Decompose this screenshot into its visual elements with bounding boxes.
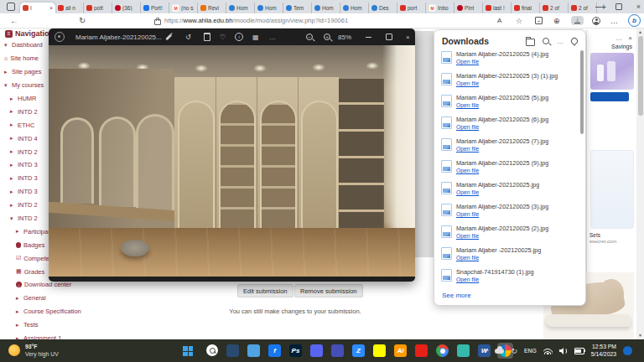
browser-tab[interactable]: Port! — [141, 3, 169, 13]
browser-tab[interactable]: M(no s — [169, 3, 198, 13]
browser-tab[interactable]: Hom — [255, 3, 283, 13]
maximize-icon[interactable] — [615, 3, 622, 10]
snapchat-app-icon[interactable] — [371, 343, 387, 359]
chevron-right-icon[interactable]: ▸ — [10, 135, 15, 142]
edit-submission-button[interactable]: Edit submission — [237, 284, 293, 297]
download-item[interactable]: Mariam Aljaber-202120025 (3).jpgOpen fil… — [434, 201, 579, 223]
volume-icon[interactable] — [559, 348, 568, 354]
info-icon[interactable]: i — [235, 28, 243, 45]
browser-tab[interactable]: pott — [84, 3, 112, 13]
download-item[interactable]: Mariam Aljaber-202120025 (4).jpgOpen fil… — [434, 49, 579, 70]
open-file-link[interactable]: Open file — [456, 59, 479, 65]
downloads-more-icon[interactable]: … — [557, 38, 564, 45]
browser-tab[interactable]: 2 of — [569, 3, 597, 13]
viewer-close-icon[interactable]: × — [406, 28, 410, 45]
zoom-app-icon[interactable]: Z — [351, 343, 366, 359]
chevron-right-icon[interactable]: ▸ — [4, 69, 9, 75]
weather-temp[interactable]: 93°F — [25, 344, 37, 349]
chevron-right-icon[interactable]: ▸ — [10, 189, 15, 195]
chevron-right-icon[interactable]: ▸ — [16, 295, 21, 302]
browser-tab[interactable]: I× — [20, 3, 55, 13]
photoshop-app-icon[interactable]: Ps — [288, 343, 304, 359]
chevron-right-icon[interactable]: ▸ — [10, 162, 15, 168]
search-button[interactable] — [206, 344, 218, 356]
refresh-icon[interactable]: ↻ — [79, 13, 86, 28]
notification-badge[interactable] — [623, 346, 632, 355]
lock-icon[interactable] — [154, 13, 161, 28]
close-icon[interactable]: × — [636, 3, 641, 11]
download-item[interactable]: Mariam Aljaber-202120025.jpgOpen file — [434, 179, 579, 201]
task-view-app-icon[interactable] — [225, 343, 241, 359]
browser-tab[interactable]: Pint — [454, 3, 483, 13]
scrollbar-thumb[interactable] — [638, 36, 643, 116]
chevron-right-icon[interactable]: ▸ — [10, 148, 15, 155]
open-file-link[interactable]: Open file — [456, 124, 479, 130]
download-item[interactable]: Mariam Aljaber-202120025 (9).jpgOpen fil… — [434, 158, 579, 179]
open-folder-icon[interactable] — [526, 39, 535, 46]
start-button[interactable] — [183, 346, 193, 356]
browser-tab[interactable]: 2 of — [540, 3, 569, 13]
chevron-down-icon[interactable]: ▾ — [10, 215, 15, 222]
scroll-down-icon[interactable]: ▼ — [636, 333, 644, 338]
browser-tab[interactable]: last ! — [483, 3, 512, 13]
chevron-right-icon[interactable]: ▸ — [16, 228, 21, 235]
chevron-right-icon[interactable]: ▸ — [10, 175, 15, 182]
viewer-more-icon[interactable]: … — [269, 28, 276, 45]
page-scrollbar[interactable]: ▲ ▼ — [636, 28, 644, 339]
open-file-link[interactable]: Open file — [456, 146, 479, 152]
open-file-link[interactable]: Open file — [456, 255, 479, 261]
zoom-out-icon[interactable]: − — [306, 28, 313, 45]
browser-tab[interactable]: MInbo — [426, 3, 454, 13]
browser-tab[interactable]: Hom — [340, 3, 369, 13]
browser-essentials-icon[interactable]: ⊕ — [553, 13, 560, 28]
collections-icon[interactable]: + — [535, 13, 543, 28]
edit-image-icon[interactable] — [165, 28, 172, 45]
illustrator-app-icon[interactable]: Ai — [392, 343, 408, 359]
downloads-scrollbar[interactable] — [580, 50, 584, 134]
sync-icon[interactable]: ↻ — [511, 347, 517, 355]
chevron-right-icon[interactable]: ▸ — [10, 108, 15, 115]
chevron-down-icon[interactable]: ▾ — [4, 42, 9, 49]
open-file-link[interactable]: Open file — [456, 168, 479, 173]
see-more-link[interactable]: See more — [442, 292, 471, 299]
facebook-app-icon[interactable]: f — [267, 343, 283, 359]
open-file-link[interactable]: Open file — [456, 102, 479, 108]
hidden-icons-chevron[interactable]: ^ — [486, 347, 489, 354]
promo-button[interactable] — [590, 92, 629, 101]
wifi-icon[interactable] — [543, 347, 553, 354]
edge-app-icon[interactable] — [455, 343, 471, 359]
filmstrip-icon[interactable]: ▦ — [252, 28, 259, 45]
zoom-in-icon[interactable]: + — [324, 28, 330, 45]
download-item[interactable]: Mariam Aljaber-202120025 (2).jpgOpen fil… — [434, 223, 579, 245]
address-url[interactable]: https://www.ahlia.edu.bh/moodle/mod/assi… — [164, 13, 348, 28]
panel-close-icon[interactable]: × — [628, 34, 632, 42]
browser-tab[interactable]: Revi — [198, 3, 226, 13]
onedrive-icon[interactable] — [495, 349, 504, 354]
discord-app-icon[interactable] — [309, 343, 325, 359]
download-item[interactable]: Mariam Aljaber -202120025.jpgOpen file — [434, 245, 579, 266]
remove-submission-button[interactable]: Remove submission — [294, 284, 363, 297]
downloads-button[interactable]: ↓ — [571, 13, 584, 28]
browser-tab[interactable]: Hom — [226, 3, 255, 13]
viewer-minimize-icon[interactable] — [366, 28, 371, 45]
chrome-app-icon[interactable] — [434, 343, 450, 359]
promo-image[interactable] — [590, 53, 634, 90]
browser-tab[interactable]: (36) — [112, 3, 141, 13]
clock[interactable]: 12:53 PM 5/14/2023 — [591, 344, 616, 358]
chevron-right-icon[interactable]: ▸ — [10, 202, 15, 209]
download-item[interactable]: Snapchat-741914730 (1).jpgOpen file — [434, 266, 579, 288]
back-icon[interactable]: ← — [10, 13, 18, 28]
favorites-icon[interactable]: ☆ — [516, 13, 522, 28]
open-file-link[interactable]: Open file — [456, 277, 479, 282]
weather-sun-icon[interactable] — [8, 344, 20, 356]
favorite-heart-icon[interactable]: ♡ — [220, 28, 226, 45]
minimize-icon[interactable] — [595, 7, 601, 8]
browser-tab[interactable]: port — [397, 3, 426, 13]
download-item[interactable]: Mariam Aljaber-202120025 (5).jpgOpen fil… — [434, 92, 579, 114]
delete-icon[interactable] — [204, 28, 210, 45]
product-card-image[interactable] — [590, 150, 634, 229]
pin-icon[interactable] — [569, 36, 579, 45]
tab-actions-icon[interactable] — [7, 3, 15, 11]
bing-discover-icon[interactable]: b — [628, 13, 641, 28]
browser-tab[interactable]: all n — [55, 3, 84, 13]
